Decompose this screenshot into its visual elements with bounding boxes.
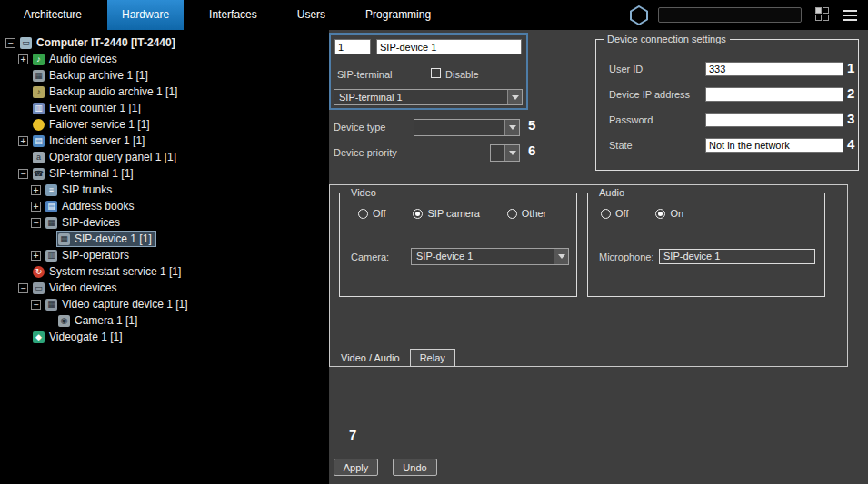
parent-object-select[interactable]: SIP-terminal 1 [334, 89, 523, 105]
tab-video-audio[interactable]: Video / Audio [334, 349, 407, 367]
radio-selected-icon [655, 209, 665, 219]
device-priority-label: Device priority [334, 147, 397, 158]
tree-item[interactable]: ◉Camera 1 [1] [0, 312, 329, 329]
tab-relay[interactable]: Relay [410, 349, 455, 367]
tree-item[interactable]: ♪Backup audio archive 1 [1] [0, 84, 329, 100]
top-menu-bar: ArchitectureHardwareInterfacesUsersProgr… [0, 0, 868, 30]
undo-button[interactable]: Undo [393, 459, 437, 476]
sip-device-icon: ▦ [58, 233, 70, 245]
tree-item-label: Backup archive 1 [1] [49, 69, 148, 82]
tree-item[interactable]: −☎SIP-terminal 1 [1] [0, 165, 329, 182]
radio-off[interactable]: Off [358, 208, 385, 219]
tree-item-content: ☎SIP-terminal 1 [1] [32, 166, 137, 181]
address-books-icon: ▤ [45, 201, 57, 212]
tree-item[interactable]: ▦Backup archive 1 [1] [0, 67, 329, 84]
tree-item-label: Event counter 1 [1] [49, 102, 141, 114]
sip-trunks-icon: ≡ [45, 184, 57, 196]
failover-service-icon [33, 119, 45, 131]
expand-icon[interactable]: + [18, 54, 28, 64]
expand-icon[interactable]: + [18, 136, 28, 146]
expand-icon[interactable]: + [31, 202, 41, 212]
device-type-select[interactable] [414, 119, 520, 136]
radio-icon [358, 209, 368, 219]
tree-item-label: Camera 1 [1] [75, 314, 137, 327]
apply-button[interactable]: Apply [334, 459, 378, 476]
tree-item[interactable]: −▭Video devices [0, 280, 329, 296]
user-id-input[interactable] [705, 62, 843, 76]
tree-item-label: SIP-devices [62, 216, 120, 229]
tree-item-content: ♪Backup audio archive 1 [1] [32, 84, 181, 99]
tree-item[interactable]: ▦SIP-device 1 [1] [0, 231, 329, 247]
tree-item-content: ↻System restart service 1 [1] [32, 264, 185, 279]
radio-other[interactable]: Other [507, 208, 547, 219]
chevron-down-icon [504, 145, 519, 161]
audio-source-radios: OffOn [601, 208, 711, 219]
radio-sip-camera[interactable]: SIP camera [413, 208, 479, 219]
tree-item-content: ▦Backup archive 1 [1] [32, 68, 152, 83]
camera-label: Camera: [351, 252, 389, 262]
tree-item[interactable]: ▥Event counter 1 [1] [0, 100, 329, 116]
device-priority-select[interactable] [490, 144, 520, 162]
sip-operators-icon: ▥ [45, 250, 57, 262]
collapse-icon[interactable]: − [31, 218, 41, 228]
annotation-number: 6 [528, 143, 535, 158]
tree-item-content: ▥Event counter 1 [1] [32, 101, 145, 115]
menu-tab-interfaces[interactable]: Interfaces [195, 0, 272, 30]
disable-checkbox[interactable] [431, 68, 441, 78]
menu-tab-programming[interactable]: Programming [351, 0, 445, 30]
tree-item-label: Videogate 1 [1] [49, 331, 123, 343]
video-devices-icon: ▭ [33, 282, 45, 294]
radio-off[interactable]: Off [601, 208, 628, 219]
tree-item[interactable]: +▤Incident server 1 [1] [0, 133, 329, 149]
camera-icon: ◉ [58, 315, 70, 327]
tree-item[interactable]: ◆Videogate 1 [1] [0, 329, 329, 345]
tree-item[interactable]: Failover service 1 [1] [0, 116, 329, 133]
video-group: Video OffSIP cameraOther Camera: SIP-dev… [339, 193, 577, 297]
tree-item-label: Computer IT-2440 [IT-2440] [36, 36, 175, 49]
computer-icon: ▭ [20, 37, 32, 49]
incident-server-icon: ▤ [33, 135, 45, 147]
menu-tab-hardware[interactable]: Hardware [107, 0, 184, 30]
microphone-field[interactable]: SIP-device 1 [659, 249, 815, 264]
collapse-icon[interactable]: − [31, 300, 41, 310]
annotation-number: 5 [528, 117, 535, 133]
tree-item-label: SIP trunks [62, 183, 112, 196]
tree-item[interactable]: −▭Computer IT-2440 [IT-2440] [0, 35, 329, 51]
tree-item[interactable]: −▦SIP-devices [0, 214, 329, 231]
tree-item[interactable]: +▥SIP-operators [0, 247, 329, 263]
form-row: User ID 1 [609, 56, 847, 82]
tree-item[interactable]: −▦Video capture device 1 [1] [0, 296, 329, 312]
camera-value: SIP-device 1 [416, 251, 552, 262]
tree-item[interactable]: +▤Address books [0, 198, 329, 214]
password-input[interactable] [705, 113, 843, 127]
tree-item-content: ▥SIP-operators [45, 248, 133, 262]
expand-icon[interactable]: + [31, 251, 41, 261]
collapse-icon[interactable]: − [5, 38, 15, 48]
tree-item[interactable]: +♪Audio devices [0, 51, 329, 67]
device-ip-input[interactable] [705, 87, 843, 102]
device-number-input[interactable] [334, 39, 371, 54]
tree-item[interactable]: ↻System restart service 1 [1] [0, 263, 329, 280]
tree-item[interactable]: aOperator query panel 1 [1] [0, 149, 329, 165]
videogate-icon: ◆ [33, 331, 45, 343]
camera-select[interactable]: SIP-device 1 [411, 248, 569, 265]
menu-tab-architecture[interactable]: Architecture [9, 0, 96, 30]
tree-item-content: ▭Computer IT-2440 [IT-2440] [19, 35, 179, 50]
user-id-label: User ID [609, 64, 705, 74]
device-name-input[interactable] [376, 39, 522, 54]
tree-item[interactable]: +≡SIP trunks [0, 182, 329, 198]
expand-icon[interactable]: + [31, 185, 41, 195]
app-logo-hexagon-icon [630, 5, 648, 25]
radio-on[interactable]: On [655, 208, 683, 219]
sip-devices-icon: ▦ [45, 217, 57, 229]
collapse-icon[interactable]: − [18, 283, 28, 293]
menu-tab-users[interactable]: Users [283, 0, 340, 30]
radio-label: SIP camera [427, 208, 479, 219]
layout-grid-icon[interactable] [815, 7, 831, 23]
bottom-tabs: Video / AudioRelay [334, 349, 455, 367]
form-row: Device IP address 2 [609, 82, 847, 107]
search-input[interactable] [658, 7, 802, 23]
hamburger-menu-icon[interactable] [843, 10, 857, 21]
collapse-icon[interactable]: − [18, 169, 28, 179]
device-tree: −▭Computer IT-2440 [IT-2440]+♪Audio devi… [0, 30, 329, 484]
